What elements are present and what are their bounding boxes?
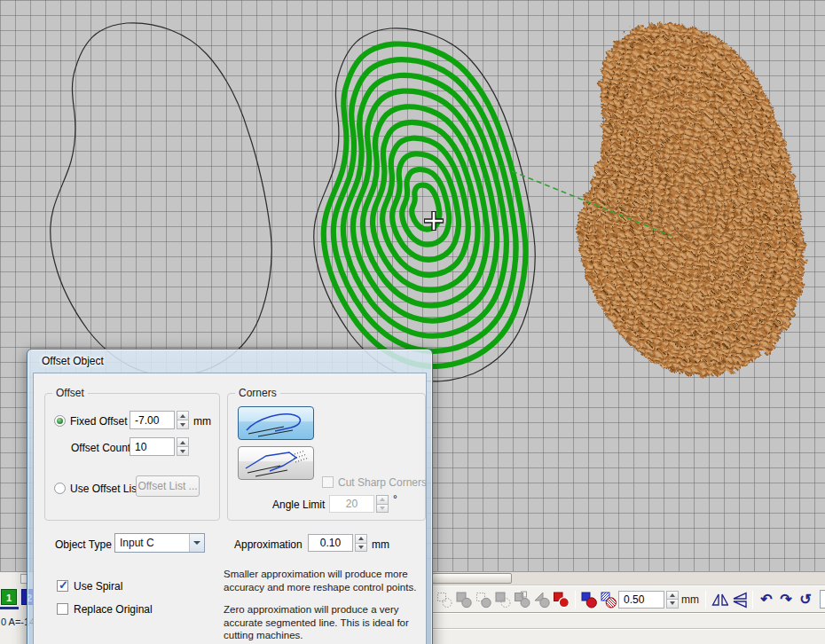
object-type-label: Object Type — [55, 538, 112, 551]
angle-limit-spinedit — [329, 495, 389, 513]
offset-count-input[interactable] — [130, 437, 175, 456]
rotate-angle-input-partial[interactable] — [820, 590, 825, 609]
source-outline-shape[interactable] — [51, 23, 271, 376]
replace-original-checkbox[interactable] — [57, 603, 68, 615]
fixed-offset-input[interactable] — [130, 411, 175, 429]
approximation-label: Approximation — [234, 538, 302, 551]
help-paragraph-2: Zero approximation will produce a very a… — [224, 603, 422, 642]
toolbar-separator — [752, 591, 753, 609]
use-spiral-label: Use Spiral — [74, 580, 122, 593]
rounded-corners-button[interactable] — [238, 406, 314, 440]
approximation-help-text: Smaller approximation will produce more … — [224, 568, 422, 644]
replace-original-label: Replace Original — [74, 603, 153, 616]
angle-limit-label: Angle Limit — [272, 499, 325, 511]
horizontal-scrollbar-thumb[interactable] — [432, 573, 512, 584]
horizontal-scrollbar[interactable] — [432, 572, 825, 585]
toolbar-separator — [575, 591, 576, 609]
cut-sharp-corners-label: Cut Sharp Corners — [338, 476, 427, 489]
selected-color-indicator — [0, 607, 19, 609]
cut-sharp-corners-checkbox[interactable] — [322, 476, 334, 488]
remove-overlaps-icon[interactable] — [553, 591, 570, 609]
corners-groupbox: Corners Cut — [227, 393, 426, 521]
approximation-input[interactable] — [308, 534, 353, 552]
status-row — [432, 629, 825, 644]
help-paragraph-1: Smaller approximation will produce more … — [224, 568, 422, 593]
status-row — [432, 613, 825, 629]
fixed-offset-radio[interactable] — [54, 415, 66, 427]
offset-object-dialog: Offset Object Offset Fixed Offset mm Off… — [27, 349, 433, 644]
stitch-spacing-input[interactable] — [618, 591, 664, 609]
combine-disabled-icon[interactable] — [514, 591, 531, 609]
rotate-left-icon[interactable]: ↶ — [758, 591, 775, 609]
mirror-horizontal-icon[interactable] — [711, 591, 728, 609]
stitched-result-shape[interactable] — [578, 24, 804, 375]
overlap-objects-icon[interactable] — [580, 591, 598, 609]
dialog-title: Offset Object — [42, 355, 104, 367]
offset-groupbox: Offset Fixed Offset mm Offset Count — [44, 393, 220, 521]
bottom-toolbar-block: mm ↶ ↷ ↺ — [432, 571, 825, 644]
offset-group-label: Offset — [52, 387, 88, 399]
offset-spiral-preview[interactable] — [324, 43, 526, 365]
dialog-titlebar[interactable]: Offset Object — [28, 349, 432, 373]
offset-count-label: Offset Count — [71, 442, 130, 454]
intersect-disabled-icon[interactable] — [475, 591, 492, 609]
offset-count-spinedit — [130, 437, 189, 456]
corners-group-label: Corners — [235, 387, 280, 399]
trim-disabled-icon[interactable] — [455, 591, 473, 609]
mirror-vertical-icon[interactable] — [730, 591, 748, 609]
chevron-down-icon — [189, 534, 204, 552]
fragment-disabled-icon[interactable] — [533, 591, 551, 609]
approximation-unit: mm — [372, 538, 389, 551]
approximation-spinedit — [308, 534, 367, 552]
overlap-fills-icon[interactable] — [600, 591, 617, 609]
object-type-value: Input C — [115, 537, 189, 549]
fixed-offset-stepper[interactable] — [177, 411, 189, 429]
rounded-corner-glyph — [241, 409, 310, 437]
stitch-spacing-stepper[interactable] — [666, 591, 679, 609]
fixed-offset-spinedit — [130, 411, 189, 429]
dialog-client-area: Offset Fixed Offset mm Offset Count — [33, 373, 427, 644]
angle-limit-input[interactable] — [329, 495, 374, 513]
use-spiral-checkbox[interactable] — [57, 580, 68, 592]
fixed-offset-label: Fixed Offset — [70, 415, 127, 428]
angle-limit-unit: ° — [393, 493, 397, 506]
use-offset-list-radio[interactable] — [54, 483, 66, 494]
weld-disabled-icon[interactable] — [436, 591, 453, 609]
angle-limit-stepper[interactable] — [376, 495, 389, 513]
sharp-corners-button[interactable] — [238, 446, 314, 480]
rotate-right-icon[interactable]: ↷ — [777, 591, 795, 609]
offset-count-stepper[interactable] — [177, 437, 189, 456]
toolbar-separator — [705, 591, 706, 609]
app-window: 1 2 0 A=-14 — [0, 0, 825, 644]
use-offset-list-label: Use Offset List — [70, 483, 139, 495]
fixed-offset-unit: mm — [193, 415, 211, 428]
arrange-toolbar: mm ↶ ↷ ↺ — [432, 585, 825, 612]
exclude-disabled-icon[interactable] — [494, 591, 512, 609]
approximation-stepper[interactable] — [355, 534, 367, 552]
status-bar — [432, 612, 825, 644]
offset-list-button[interactable]: Offset List ... — [136, 475, 200, 497]
stitch-spacing-unit: mm — [681, 593, 699, 606]
sharp-corner-glyph — [241, 449, 310, 477]
rotate-icon[interactable]: ↺ — [797, 591, 814, 609]
color-swatch-1[interactable]: 1 — [1, 589, 17, 605]
object-type-combobox[interactable]: Input C — [114, 533, 205, 553]
